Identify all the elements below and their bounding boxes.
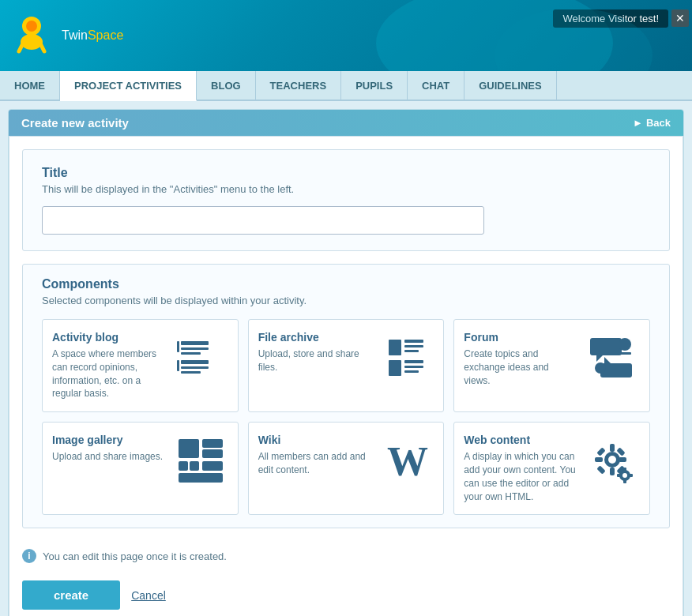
svg-rect-17 xyxy=(389,360,401,376)
component-desc-forum: Create topics and exchange ideas and vie… xyxy=(464,347,577,387)
component-name-file: File archive xyxy=(258,331,371,344)
svg-point-47 xyxy=(622,473,627,478)
component-image-gallery[interactable]: Image gallery Upload and share images. xyxy=(42,422,239,515)
svg-point-1 xyxy=(26,21,37,32)
component-desc-file: Upload, store and share files. xyxy=(258,347,371,374)
component-wiki[interactable]: Wiki All members can add and edit conten… xyxy=(248,422,445,515)
nav-guidelines[interactable]: GUIDELINES xyxy=(464,71,556,100)
nav-chat[interactable]: CHAT xyxy=(408,71,464,100)
svg-rect-20 xyxy=(404,370,419,373)
components-section: Components Selected components will be d… xyxy=(22,264,670,528)
svg-rect-38 xyxy=(610,444,615,452)
svg-rect-44 xyxy=(596,466,605,475)
svg-rect-50 xyxy=(617,474,622,477)
svg-rect-18 xyxy=(404,360,423,363)
logo-twin: Twin xyxy=(62,28,88,42)
svg-point-37 xyxy=(608,456,616,464)
svg-rect-10 xyxy=(181,371,201,374)
component-desc-blog: A space where members can record opinion… xyxy=(52,347,165,400)
create-button[interactable]: create xyxy=(22,580,120,610)
file-icon xyxy=(378,331,434,386)
title-section: Title This will be displayed in the "Act… xyxy=(22,149,670,251)
svg-rect-32 xyxy=(190,461,199,471)
svg-rect-5 xyxy=(181,341,209,345)
back-arrow-icon: ► xyxy=(633,117,643,129)
logo-area: TwinSpace xyxy=(8,12,123,59)
svg-rect-24 xyxy=(619,352,631,355)
svg-rect-14 xyxy=(404,340,423,343)
svg-rect-30 xyxy=(202,449,223,458)
title-input[interactable] xyxy=(42,206,484,235)
component-forum[interactable]: Forum Create topics and exchange ideas a… xyxy=(453,319,650,412)
component-name-forum: Forum xyxy=(464,331,577,344)
welcome-message: Welcome Visitor test! xyxy=(553,9,668,28)
components-grid: Activity blog A space where members can … xyxy=(42,319,650,515)
svg-rect-15 xyxy=(404,345,423,347)
svg-rect-29 xyxy=(202,439,223,448)
back-link[interactable]: ► Back xyxy=(633,117,671,129)
create-bar-title: Create new activity xyxy=(21,116,129,130)
svg-rect-28 xyxy=(179,439,199,458)
panel-wrapper: Create new activity ► Back Title This wi… xyxy=(8,109,684,616)
logo-text: TwinSpace xyxy=(62,28,123,43)
svg-line-3 xyxy=(19,42,24,51)
svg-rect-42 xyxy=(596,448,605,456)
main-nav: HOME PROJECT ACTIVITIES BLOG TEACHERS PU… xyxy=(0,71,692,101)
nav-pupils[interactable]: PUPILS xyxy=(341,71,408,100)
info-bar: i You can edit this page once it is crea… xyxy=(9,541,683,571)
components-desc: Selected components will be displayed wi… xyxy=(42,295,650,306)
main-panel: Title This will be displayed in the "Act… xyxy=(9,136,683,616)
svg-rect-6 xyxy=(181,347,209,350)
gallery-icon xyxy=(173,434,228,489)
svg-line-4 xyxy=(39,42,44,51)
svg-text:W: W xyxy=(387,439,428,484)
logo-space: Space xyxy=(88,28,123,42)
buttons-bar: create Cancel xyxy=(9,571,683,616)
svg-rect-39 xyxy=(610,468,615,475)
svg-marker-26 xyxy=(604,357,611,363)
svg-rect-16 xyxy=(404,350,419,352)
title-heading: Title xyxy=(42,166,650,180)
svg-rect-8 xyxy=(181,360,209,364)
component-name-gallery: Image gallery xyxy=(52,434,165,446)
close-button[interactable]: ✕ xyxy=(671,9,689,27)
svg-point-23 xyxy=(619,338,631,351)
components-heading: Components xyxy=(42,277,650,291)
cancel-button[interactable]: Cancel xyxy=(131,589,166,602)
logo-icon xyxy=(8,12,55,59)
svg-marker-22 xyxy=(596,355,603,362)
component-name-blog: Activity blog xyxy=(52,331,165,344)
svg-rect-19 xyxy=(404,366,423,368)
component-activity-blog[interactable]: Activity blog A space where members can … xyxy=(42,319,239,412)
svg-rect-51 xyxy=(628,474,633,477)
nav-teachers[interactable]: TEACHERS xyxy=(256,71,342,100)
component-desc-gallery: Upload and share images. xyxy=(52,450,165,464)
nav-home[interactable]: HOME xyxy=(0,71,60,100)
svg-rect-13 xyxy=(389,340,401,355)
back-label: Back xyxy=(646,117,671,129)
create-bar: Create new activity ► Back xyxy=(9,110,683,136)
nav-project-activities[interactable]: PROJECT ACTIVITIES xyxy=(60,71,197,101)
svg-rect-40 xyxy=(595,457,603,462)
blog-icon xyxy=(173,331,228,386)
component-file-archive[interactable]: File archive Upload, store and share fil… xyxy=(248,319,445,412)
info-text: You can edit this page once it is create… xyxy=(43,550,227,562)
svg-rect-7 xyxy=(181,352,201,355)
web-icon xyxy=(585,434,640,489)
component-web-content[interactable]: Web content A display in which you can a… xyxy=(453,422,650,515)
component-name-wiki: Wiki xyxy=(258,434,371,446)
svg-rect-33 xyxy=(202,461,223,471)
svg-rect-41 xyxy=(619,457,626,462)
svg-rect-31 xyxy=(179,461,188,471)
component-name-web: Web content xyxy=(464,434,577,446)
wiki-icon: W xyxy=(378,434,434,489)
svg-rect-49 xyxy=(623,479,626,483)
svg-rect-12 xyxy=(177,360,179,371)
component-desc-wiki: All members can add and edit content. xyxy=(258,450,371,477)
info-icon: i xyxy=(22,549,36,563)
title-desc: This will be displayed in the "Activitie… xyxy=(42,183,650,195)
svg-rect-34 xyxy=(179,473,223,483)
svg-rect-9 xyxy=(181,366,209,369)
forum-icon xyxy=(585,331,640,386)
nav-blog[interactable]: BLOG xyxy=(197,71,256,100)
